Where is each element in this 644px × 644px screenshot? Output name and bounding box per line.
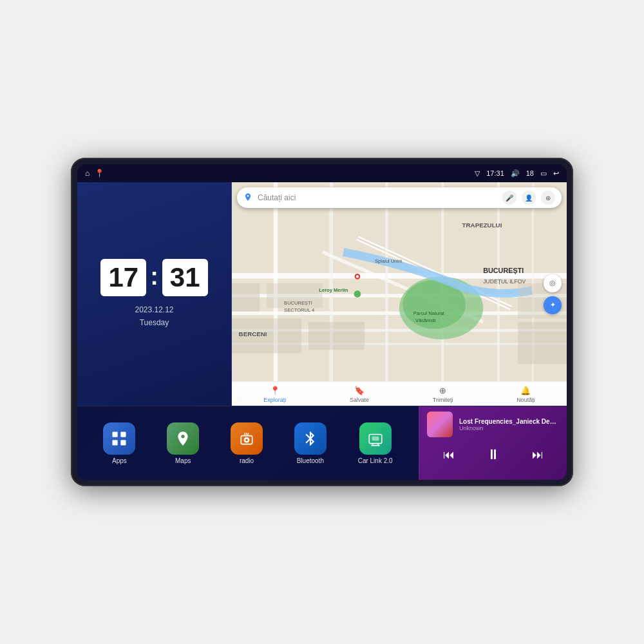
radio-label: radio <box>240 457 254 464</box>
svg-rect-17 <box>232 283 260 311</box>
music-player: Lost Frequencies_Janieck Devy-... Unknow… <box>419 406 567 480</box>
home-icon[interactable]: ⌂ <box>85 169 90 178</box>
apps-dock: Apps Maps <box>77 406 419 480</box>
svg-text:Splaiul Unirii: Splaiul Unirii <box>375 258 402 264</box>
svg-rect-37 <box>113 431 118 437</box>
send-icon: ⊕ <box>439 386 446 395</box>
svg-text:BUCUREȘTI: BUCUREȘTI <box>284 300 312 306</box>
map-panel[interactable]: TRAPEZULUI BUCUREȘTI JUDEȚUL ILFOV BERCE… <box>232 182 567 406</box>
clock-hours: 17 <box>100 259 146 296</box>
maps-label: Maps <box>175 457 191 464</box>
map-bottom-nav: 📍 Explorați 🔖 Salvate ⊕ Trimiteți 🔔 <box>232 381 567 406</box>
status-right: ▽ 17:31 🔊 18 ▭ ↩ <box>475 169 559 178</box>
music-info: Lost Frequencies_Janieck Devy-... Unknow… <box>459 418 559 431</box>
music-top: Lost Frequencies_Janieck Devy-... Unknow… <box>427 412 559 437</box>
clock-date: 2023.12.12 Tuesday <box>135 304 173 328</box>
svg-text:Parcul Natural: Parcul Natural <box>413 310 444 316</box>
map-nav-saved[interactable]: 🔖 Salvate <box>350 386 369 403</box>
location-button[interactable]: ✦ <box>544 296 562 314</box>
maps-status-icon[interactable]: 📍 <box>95 169 104 178</box>
app-item-maps[interactable]: Maps <box>167 422 199 464</box>
news-label: Noutăți <box>516 397 535 403</box>
clock-minutes: 31 <box>162 259 208 296</box>
music-artist: Unknown <box>459 425 559 431</box>
map-nav-send[interactable]: ⊕ Trimiteți <box>433 386 453 403</box>
account-icon[interactable]: 👤 <box>522 191 536 205</box>
car-display-device: ⌂ 📍 ▽ 17:31 🔊 18 ▭ ↩ 17 : <box>71 158 573 486</box>
status-bar: ⌂ 📍 ▽ 17:31 🔊 18 ▭ ↩ <box>77 164 567 182</box>
layers-icon[interactable]: ⊛ <box>541 191 555 205</box>
top-row: 17 : 31 2023.12.12 Tuesday <box>77 182 567 406</box>
map-search-placeholder[interactable]: Căutați aici <box>258 193 497 202</box>
volume-icon: 🔊 <box>511 169 520 178</box>
back-icon[interactable]: ↩ <box>553 169 559 178</box>
saved-icon: 🔖 <box>354 386 365 395</box>
music-next-button[interactable]: ⏭ <box>527 446 549 464</box>
music-play-button[interactable]: ⏸ <box>481 444 506 466</box>
svg-rect-3 <box>232 312 567 315</box>
svg-rect-40 <box>121 440 126 445</box>
map-nav-news[interactable]: 🔔 Noutăți <box>516 386 535 403</box>
svg-text:JUDEȚUL ILFOV: JUDEȚUL ILFOV <box>483 278 526 285</box>
svg-text:Leroy Merlin: Leroy Merlin <box>319 287 348 293</box>
svg-text:Văcărești: Văcărești <box>415 317 436 323</box>
clock-display: 17 : 31 <box>100 259 207 296</box>
status-left: ⌂ 📍 <box>85 169 104 178</box>
apps-label: Apps <box>112 457 127 464</box>
news-icon: 🔔 <box>520 386 531 395</box>
svg-rect-38 <box>121 431 126 437</box>
maps-app-icon <box>167 422 199 455</box>
signal-icon: ▽ <box>475 169 480 178</box>
saved-label: Salvate <box>350 397 369 403</box>
main-content: 17 : 31 2023.12.12 Tuesday <box>77 182 567 480</box>
map-search-bar[interactable]: Căutați aici 🎤 👤 ⊛ <box>237 187 562 208</box>
screen: ⌂ 📍 ▽ 17:31 🔊 18 ▭ ↩ 17 : <box>77 164 567 480</box>
svg-text:BUCUREȘTI: BUCUREȘTI <box>483 267 524 274</box>
svg-point-36 <box>356 275 359 278</box>
clock-panel: 17 : 31 2023.12.12 Tuesday <box>77 182 232 406</box>
radio-app-icon: FM <box>231 422 263 455</box>
app-item-bluetooth[interactable]: Bluetooth <box>294 422 327 464</box>
svg-point-30 <box>354 290 361 298</box>
map-nav-explore[interactable]: 📍 Explorați <box>263 386 286 403</box>
svg-rect-49 <box>372 436 379 440</box>
music-thumb-image <box>427 412 453 437</box>
google-maps-icon <box>243 193 252 204</box>
svg-text:BERCENI: BERCENI <box>239 330 267 337</box>
map-controls: ◎ ✦ <box>544 274 562 314</box>
svg-text:TRAPEZULUI: TRAPEZULUI <box>462 222 502 229</box>
carlink-label: Car Link 2.0 <box>358 457 393 464</box>
mic-icon[interactable]: 🎤 <box>502 191 516 205</box>
apps-icon <box>103 422 135 455</box>
svg-rect-11 <box>385 182 388 406</box>
svg-rect-39 <box>113 440 118 445</box>
clock-colon: : <box>150 263 158 290</box>
bluetooth-label: Bluetooth <box>297 457 324 464</box>
map-search-actions: 🎤 👤 ⊛ <box>502 191 555 205</box>
svg-text:SECTORUL 4: SECTORUL 4 <box>284 307 314 313</box>
svg-rect-20 <box>308 322 365 350</box>
compass-button[interactable]: ◎ <box>544 274 562 292</box>
music-title: Lost Frequencies_Janieck Devy-... <box>459 418 559 425</box>
volume-level: 18 <box>526 169 534 177</box>
explore-icon: 📍 <box>270 386 280 395</box>
send-label: Trimiteți <box>433 397 453 403</box>
music-prev-button[interactable]: ⏮ <box>438 446 460 464</box>
bottom-row: Apps Maps <box>77 406 567 480</box>
svg-point-42 <box>245 439 247 440</box>
svg-rect-22 <box>518 322 567 364</box>
app-item-radio[interactable]: FM radio <box>231 422 263 464</box>
battery-icon: ▭ <box>540 169 547 178</box>
explore-label: Explorați <box>263 397 286 403</box>
app-item-apps[interactable]: Apps <box>103 422 135 464</box>
carlink-app-icon <box>359 422 392 455</box>
app-item-carlink[interactable]: Car Link 2.0 <box>358 422 393 464</box>
music-controls: ⏮ ⏸ ⏭ <box>427 444 559 466</box>
svg-text:FM: FM <box>244 431 249 435</box>
status-time: 17:31 <box>486 169 504 177</box>
bluetooth-app-icon <box>294 422 327 455</box>
svg-rect-10 <box>330 182 333 406</box>
music-thumbnail <box>427 412 453 437</box>
